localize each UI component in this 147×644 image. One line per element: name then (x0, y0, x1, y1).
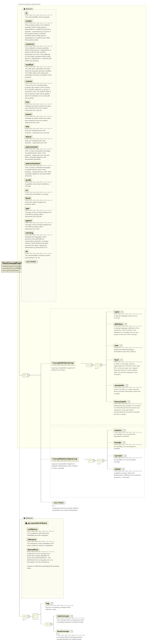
attr-custom: custom (25, 80, 33, 83)
node-narrower: narrower (113, 454, 123, 458)
rel-sequence-1: − (88, 459, 94, 462)
quantify-attributes-label: ▣ grp quantifyAttributes (24, 522, 48, 525)
node-remoteinfo: remoteInfo (113, 384, 125, 387)
expand-icon[interactable]: + (120, 344, 122, 346)
attr-dir: dir (25, 250, 29, 253)
expand-icon[interactable]: + (71, 615, 73, 617)
attr-relevance: relevance (27, 538, 37, 541)
concept-relationships-group-doc: A group of properties required to indica… (51, 462, 80, 469)
node-name: name (113, 310, 120, 314)
expand-icon[interactable]: + (121, 359, 123, 361)
attr-why: why (25, 125, 30, 128)
def-sequence-1: − (86, 363, 92, 367)
attr-xml-lang: xml:lang (25, 231, 34, 234)
expand-icon[interactable]: + (122, 468, 124, 470)
concept-definition-group-doc: A group of properties required to define… (51, 366, 80, 371)
attr-creatoruri: creatoruri (25, 42, 35, 46)
attr-pubconstraint: pubconstraint (25, 145, 39, 148)
attr-typeuri: typeuri (25, 219, 33, 222)
attr-confidence: confidence (27, 528, 38, 531)
concept-definition-group-label: ConceptDefinitionGroup (51, 361, 75, 366)
expand-icon[interactable]: + (121, 311, 123, 313)
extension-label: Flex1PropType (extension) (18, 3, 41, 5)
node-sameas: sameAs (113, 429, 123, 432)
rel-sequence-2: − (97, 459, 103, 462)
concept-relationships-group-label: ConceptRelationshipsGroup (51, 457, 79, 462)
def-sequence-2: − (95, 363, 101, 367)
node-definition: definition (113, 322, 124, 326)
attr-uri: uri (25, 188, 29, 192)
node-broader: broader (113, 441, 122, 444)
attr-how: how (25, 100, 30, 104)
node-note: note (113, 344, 119, 347)
diagram-canvas: Flex1PropType (extension) Flex1ConceptPr… (0, 0, 147, 644)
expand-icon[interactable]: + (124, 455, 126, 457)
attr-qcode: qcode (25, 178, 32, 182)
node-related: related (113, 468, 122, 471)
node-hierarchyinfo: hierarchyInfo (113, 400, 127, 403)
attr-whyuri: whyuri (25, 135, 33, 138)
node-facetconcept: facetConcept (56, 630, 70, 633)
attr-any-ifother: any ##other (25, 260, 38, 263)
bottom-inner-sequence: − (45, 622, 51, 626)
attr-id: id (25, 12, 28, 15)
attr-creator: creator (25, 20, 33, 23)
attr-literal: literal (25, 196, 32, 200)
bottom-choice (33, 614, 38, 620)
expand-icon[interactable]: + (128, 401, 130, 403)
bottom-attributes-header: ▣attributes (23, 517, 33, 519)
expand-icon[interactable]: + (123, 429, 125, 431)
attributes-header: ▣attributes (23, 8, 33, 10)
expand-icon[interactable]: + (126, 384, 128, 386)
node-bag: bag (45, 602, 50, 605)
attr-type: type (25, 207, 31, 210)
expand-icon[interactable]: + (71, 630, 73, 632)
attr-howuri: howuri (25, 113, 33, 116)
expand-icon[interactable]: + (125, 323, 127, 325)
any-other-element: any ##other (52, 501, 66, 504)
attr-derivedfrom: derivedfrom (27, 548, 39, 551)
node-facet: facet (113, 358, 120, 362)
expand-icon[interactable]: + (123, 442, 125, 444)
quantify-group-doc: A group of attributes quantifying the pr… (27, 564, 60, 570)
node-mainconcept: mainConcept (56, 614, 70, 618)
expand-icon[interactable]: + (51, 602, 53, 604)
attr-pubconstrainturi: pubconstrainturi (25, 162, 41, 165)
attr-modified: modified (25, 63, 34, 66)
root-sequence: − (23, 374, 29, 377)
bottom-sequence: − (23, 615, 29, 618)
